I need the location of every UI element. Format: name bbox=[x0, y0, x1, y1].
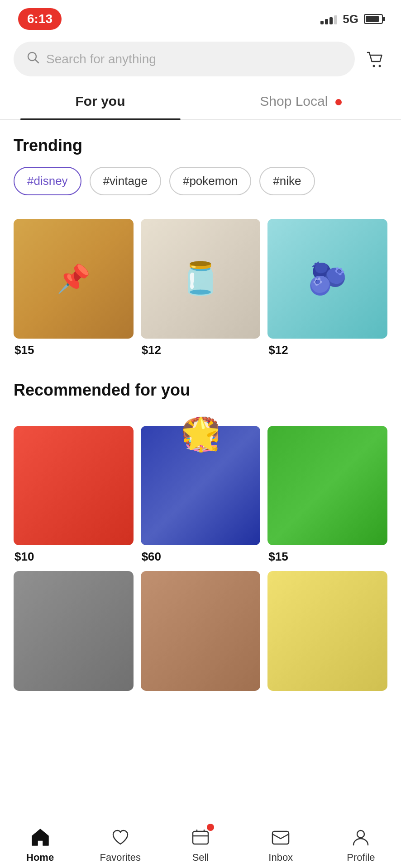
svg-line-1 bbox=[35, 60, 39, 63]
search-placeholder-text: Search for anything bbox=[46, 52, 156, 66]
product-price-art: $60 bbox=[141, 545, 261, 564]
bottom-nav: Home Favorites Sell Inbox bbox=[0, 818, 401, 868]
nav-item-profile[interactable]: Profile bbox=[321, 818, 401, 868]
status-time: 6:13 bbox=[18, 8, 62, 30]
product-card-green[interactable]: $15 bbox=[267, 426, 387, 564]
network-type: 5G bbox=[343, 12, 358, 26]
product-price-mickey: $12 bbox=[141, 339, 261, 357]
product-card-necklace[interactable] bbox=[14, 571, 134, 695]
nav-label-sell: Sell bbox=[192, 852, 209, 863]
sell-badge bbox=[207, 824, 214, 831]
nav-spacer bbox=[0, 703, 401, 766]
tab-shop-local[interactable]: Shop Local bbox=[200, 84, 401, 119]
tab-notification-dot bbox=[335, 99, 342, 105]
product-card-knit[interactable]: $10 bbox=[14, 426, 134, 564]
svg-point-3 bbox=[379, 65, 381, 67]
product-price-dog bbox=[141, 691, 261, 695]
tag-disney[interactable]: #disney bbox=[14, 167, 81, 195]
product-price-necklace bbox=[14, 691, 134, 695]
tabs-container: For you Shop Local bbox=[0, 84, 401, 120]
product-card-stickers[interactable] bbox=[267, 571, 387, 695]
inbox-icon bbox=[269, 826, 292, 849]
product-card-dog[interactable] bbox=[141, 571, 261, 695]
nav-label-favorites: Favorites bbox=[100, 852, 141, 863]
product-image-pins bbox=[14, 219, 134, 339]
tab-for-you[interactable]: For you bbox=[0, 84, 200, 119]
battery-icon bbox=[364, 14, 383, 24]
tag-vintage[interactable]: #vintage bbox=[90, 167, 161, 195]
product-image-knit bbox=[14, 426, 134, 546]
trending-title: Trending bbox=[14, 136, 387, 155]
product-image-mickey bbox=[141, 219, 261, 339]
nav-label-home: Home bbox=[26, 852, 54, 863]
tag-nike[interactable]: #nike bbox=[259, 167, 315, 195]
svg-rect-5 bbox=[272, 831, 289, 844]
product-image-green bbox=[267, 426, 387, 546]
tags-row: #disney #vintage #pokemon #nike bbox=[14, 167, 387, 200]
tag-pokemon[interactable]: #pokemon bbox=[169, 167, 251, 195]
trending-products-grid: $15 $12 $12 bbox=[0, 212, 401, 364]
favorites-icon bbox=[109, 826, 132, 849]
nav-label-inbox: Inbox bbox=[268, 852, 293, 863]
product-card-pins[interactable]: $15 bbox=[14, 219, 134, 357]
trending-section: Trending #disney #vintage #pokemon #nike bbox=[0, 120, 401, 212]
recommended-products-grid: $10 $60 $15 bbox=[0, 419, 401, 703]
nav-label-profile: Profile bbox=[347, 852, 375, 863]
product-image-necklace bbox=[14, 571, 134, 691]
signal-icon bbox=[320, 14, 337, 24]
product-image-stickers bbox=[267, 571, 387, 691]
product-image-dog bbox=[141, 571, 261, 691]
product-price-squishy: $12 bbox=[267, 339, 387, 357]
search-bar[interactable]: Search for anything bbox=[14, 42, 355, 76]
nav-item-inbox[interactable]: Inbox bbox=[241, 818, 321, 868]
svg-point-6 bbox=[357, 830, 364, 838]
sell-icon bbox=[189, 826, 212, 849]
battery-fill bbox=[366, 16, 379, 22]
tab-underline bbox=[20, 118, 180, 120]
product-card-squishy[interactable]: $12 bbox=[267, 219, 387, 357]
product-price-knit: $10 bbox=[14, 545, 134, 564]
status-bar: 6:13 5G bbox=[0, 0, 401, 34]
search-icon bbox=[26, 51, 40, 67]
product-price-pins: $15 bbox=[14, 339, 134, 357]
svg-point-2 bbox=[373, 65, 375, 67]
cart-icon[interactable] bbox=[363, 47, 387, 71]
product-card-mickey[interactable]: $12 bbox=[141, 219, 261, 357]
recommended-title: Recommended for you bbox=[14, 381, 387, 400]
nav-item-sell[interactable]: Sell bbox=[160, 818, 240, 868]
nav-item-favorites[interactable]: Favorites bbox=[80, 818, 160, 868]
product-price-stickers bbox=[267, 691, 387, 695]
search-container: Search for anything bbox=[0, 34, 401, 84]
profile-icon bbox=[349, 826, 372, 849]
product-price-green: $15 bbox=[267, 545, 387, 564]
status-right: 5G bbox=[320, 12, 383, 26]
product-image-squishy bbox=[267, 219, 387, 339]
home-icon bbox=[29, 826, 52, 849]
nav-item-home[interactable]: Home bbox=[0, 818, 80, 868]
svg-rect-4 bbox=[193, 831, 208, 844]
recommended-section: Recommended for you bbox=[0, 364, 401, 419]
